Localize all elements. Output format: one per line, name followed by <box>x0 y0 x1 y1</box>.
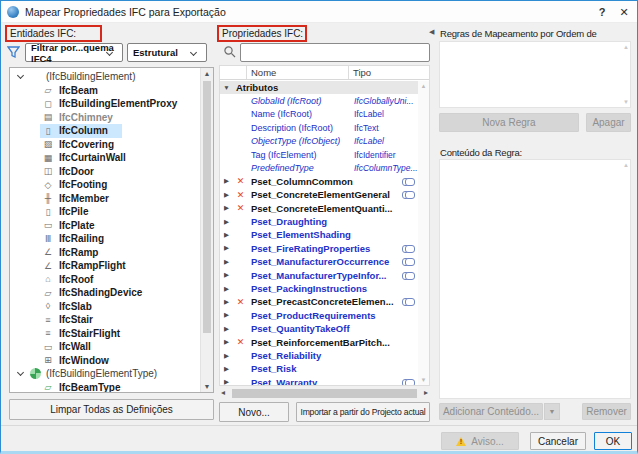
tree-item-body[interactable]: ≡IfcStair <box>40 313 107 327</box>
tree-item-ifcshadingdevice[interactable]: ▱IfcShadingDevice <box>10 286 200 300</box>
tree-item-body[interactable]: ⊞IfcWindow <box>40 354 123 368</box>
attribute-row[interactable]: Name (IfcRoot)IfcLabel <box>220 108 418 121</box>
remove-content-button[interactable]: Remover <box>582 403 631 420</box>
close-icon[interactable]: ✕ <box>611 1 637 23</box>
pset-row[interactable]: ▶Pset_ProductRequirements <box>220 309 418 322</box>
tree-item-ifcslab[interactable]: ◊IfcSlab <box>10 300 200 314</box>
pset-row[interactable]: ▶Pset_PackingInstructions <box>220 282 418 295</box>
pset-row[interactable]: ▶Pset_QuantityTakeOff <box>220 322 418 335</box>
column-header-nome[interactable]: Nome <box>247 66 349 79</box>
expand-row-icon[interactable]: ▶ <box>220 311 233 319</box>
tree-item-body[interactable]: ∠IfcRampFlight <box>40 259 140 273</box>
expand-row-icon[interactable]: ▶ <box>220 191 233 199</box>
tree-item-body[interactable]: (IfcBuildingElement) <box>28 70 149 84</box>
tree-item-body[interactable]: ▭IfcPlate <box>40 219 109 233</box>
tree-item-ifcrailing[interactable]: ⅢIfcRailing <box>10 232 200 246</box>
rules-list[interactable]: ▲ ▼ <box>439 41 631 108</box>
scroll-left-icon[interactable]: ◂ <box>221 388 225 397</box>
clear-all-definitions-button[interactable]: Limpar Todas as Definições <box>9 399 214 420</box>
import-from-project-button[interactable]: Importar a partir do Projecto actual <box>296 402 430 422</box>
title-bar[interactable]: Mapear Propriedades IFC para Exportação … <box>1 1 637 23</box>
expand-row-icon[interactable]: ▶ <box>220 352 233 360</box>
tree-item-body[interactable]: ⌂IfcRoof <box>40 273 107 287</box>
tree-item-ifccolumn[interactable]: ▯IfcColumn <box>10 124 200 138</box>
expand-row-icon[interactable]: ▶ <box>220 271 233 279</box>
tree-item-body[interactable]: ▤IfcChimney <box>40 111 127 125</box>
pset-row[interactable]: ▶Pset_ManufacturerOccurrence <box>220 255 418 268</box>
pset-row[interactable]: ▶Pset_FireRatingProperties <box>220 242 418 255</box>
attribute-row[interactable]: PredefinedTypeIfcColumnType... <box>220 161 418 174</box>
tree-item-ifcmember[interactable]: ╫IfcMember <box>10 192 200 206</box>
rule-content-area[interactable]: ▲ <box>439 159 631 399</box>
pset-row[interactable]: ▶Pset_Reliability <box>220 349 418 362</box>
chevron-down-icon[interactable] <box>17 72 24 79</box>
tree-item-body[interactable]: ▱IfcBeam <box>40 84 112 98</box>
tree-item-ifcbuildingelement[interactable]: (IfcBuildingElement) <box>10 70 200 84</box>
expand-row-icon[interactable]: ▶ <box>220 244 233 252</box>
search-input[interactable] <box>240 43 430 62</box>
table-horizontal-scrollbar[interactable]: ◂ ▸ <box>219 387 430 400</box>
scroll-right-icon[interactable]: ▸ <box>424 388 428 397</box>
tree-item-body[interactable]: (IfcBuildingElementType) <box>28 367 171 381</box>
scroll-down-icon[interactable]: ▼ <box>201 383 213 390</box>
tree-item-body[interactable]: ▭IfcWall <box>40 340 105 354</box>
tree-item-ifccovering[interactable]: ▨IfcCovering <box>10 138 200 152</box>
expand-row-icon[interactable]: ▶ <box>220 285 233 293</box>
pset-row[interactable]: ▶Pset_Draughting <box>220 215 418 228</box>
scroll-up-icon[interactable]: ▲ <box>201 70 213 77</box>
tree-item-ifcroof[interactable]: ⌂IfcRoof <box>10 273 200 287</box>
pset-row[interactable]: ▶Pset_Risk <box>220 362 418 375</box>
delete-rule-button[interactable]: Apagar <box>586 113 631 132</box>
tree-selection[interactable]: ▯IfcColumn <box>40 124 122 138</box>
collapse-panel-icon[interactable]: ◀ <box>429 28 434 36</box>
tree-item-ifcwall[interactable]: ▭IfcWall <box>10 340 200 354</box>
tree-item-ifcchimney[interactable]: ▤IfcChimney <box>10 111 200 125</box>
scroll-down-icon[interactable]: ▼ <box>418 377 429 383</box>
tree-item-ifccurtainwall[interactable]: ▦IfcCurtainWall <box>10 151 200 165</box>
pset-row[interactable]: ▶✕Pset_ConcreteElementGeneral <box>220 188 418 201</box>
add-content-button[interactable]: Adicionar Conteúdo... <box>439 403 543 420</box>
tree-item-ifcpile[interactable]: ▯IfcPile <box>10 205 200 219</box>
collapse-row-icon[interactable]: ▼ <box>220 84 233 91</box>
pset-row[interactable]: ▶✕Pset_PrecastConcreteElemen... <box>220 295 418 308</box>
tree-item-body[interactable]: ▱IfcShadingDevice <box>40 286 156 300</box>
pset-row[interactable]: ▶✕Pset_ConcreteElementQuanti... <box>220 202 418 215</box>
structural-dropdown[interactable]: Estrutural <box>127 43 207 62</box>
scrollbar-thumb[interactable] <box>232 389 417 398</box>
tree-item-body[interactable]: ≡IfcStairFlight <box>40 327 134 341</box>
tree-item-body[interactable]: ▦IfcCurtainWall <box>40 151 140 165</box>
tree-item-body[interactable]: ▱IfcBeamType <box>40 381 135 394</box>
ok-button[interactable]: OK <box>594 432 632 450</box>
cancel-button[interactable]: Cancelar <box>530 432 586 450</box>
expand-row-icon[interactable]: ▶ <box>220 177 233 185</box>
expand-row-icon[interactable]: ▶ <box>220 365 233 373</box>
tree-item-body[interactable]: ▨IfcCovering <box>40 138 128 152</box>
table-header[interactable]: Nome Tipo <box>220 66 429 80</box>
pset-row[interactable]: ▶Pset_ElementShading <box>220 228 418 241</box>
warning-button[interactable]: Aviso... <box>441 432 519 450</box>
expand-row-icon[interactable]: ▶ <box>220 338 233 346</box>
scrollbar-thumb[interactable] <box>203 81 211 333</box>
attribute-row[interactable]: ObjectType (IfcObject)IfcLabel <box>220 135 418 148</box>
chevron-down-icon[interactable] <box>17 369 24 376</box>
attribute-row[interactable]: GlobalId (IfcRoot)IfcGloballyUni... <box>220 94 418 107</box>
tree-item-body[interactable]: ╫IfcMember <box>40 192 123 206</box>
attribute-row[interactable]: Description (IfcRoot)IfcText <box>220 121 418 134</box>
tree-item-ifcstair[interactable]: ≡IfcStair <box>10 313 200 327</box>
tree-item-body[interactable]: ▯IfcPile <box>40 205 102 219</box>
new-rule-button[interactable]: Nova Regra <box>439 113 579 132</box>
tree-vertical-scrollbar[interactable]: ▲ ▼ <box>200 68 213 392</box>
expand-row-icon[interactable]: ▶ <box>220 378 233 386</box>
pset-row[interactable]: ▶Pset_ManufacturerTypeInfor... <box>220 268 418 281</box>
tree-item-ifcstairflight[interactable]: ≡IfcStairFlight <box>10 327 200 341</box>
tree-item-body[interactable]: ◻IfcBuildingElementProxy <box>40 97 191 111</box>
expand-row-icon[interactable]: ▶ <box>220 258 233 266</box>
column-header-tipo[interactable]: Tipo <box>349 66 429 79</box>
tree-item-body[interactable]: ⅢIfcRailing <box>40 232 118 246</box>
tree-item-ifcbeamtype[interactable]: ▱IfcBeamType <box>10 381 200 394</box>
tree-item-body[interactable]: ◇IfcFooting <box>40 178 121 192</box>
attribute-row[interactable]: Tag (IfcElement)IfcIdentifier <box>220 148 418 161</box>
filter-scheme-dropdown[interactable]: Filtrar por...quema IFC4 <box>25 43 123 62</box>
pset-row[interactable]: ▶Pset_Warranty <box>220 376 418 386</box>
tree-item-ifcfooting[interactable]: ◇IfcFooting <box>10 178 200 192</box>
